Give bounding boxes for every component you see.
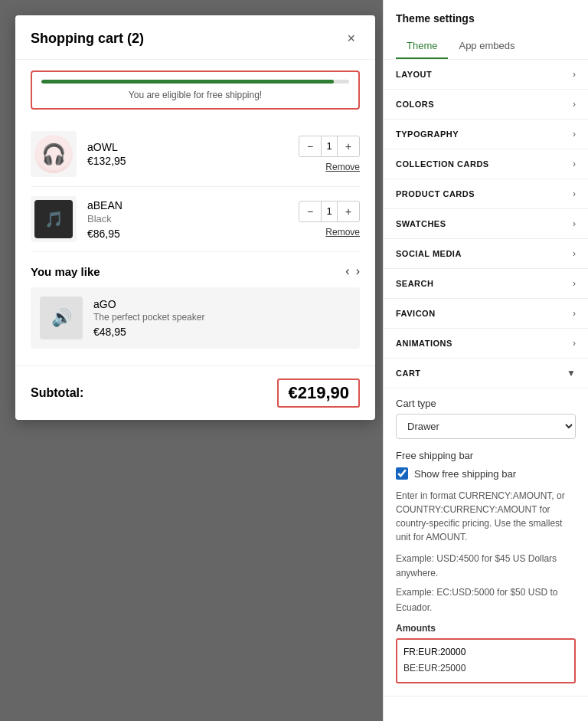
recommendation-card-ago[interactable]: 🔊 aGO The perfect pocket speaker €48,95 [31,287,360,349]
item-details-owl: aOWL €132,95 [87,141,288,167]
cart-settings-content: Cart type Drawer Page Sidebar Free shipp… [384,398,588,696]
recommendations-title: You may like [31,265,100,278]
shipping-example2: Example: EC:USD:5000 for $50 USD to Ecua… [396,585,576,614]
rec-image-ago: 🔊 [40,297,83,339]
qty-control-bean: − 1 + [299,201,360,222]
item-controls-bean: − 1 + Remove [299,201,360,238]
settings-item-typography[interactable]: TYPOGRAPHY › [384,120,588,149]
remove-bean[interactable]: Remove [325,227,360,238]
chevron-right-icon-social-media: › [573,248,576,259]
shipping-bar-info: Enter in format CURRENCY:AMOUNT, or COUN… [396,489,576,544]
settings-item-label-layout: LAYOUT [396,70,432,79]
settings-item-product-cards[interactable]: PRODUCT CARDS › [384,179,588,209]
settings-item-label-collection-cards: COLLECTION CARDS [396,159,489,169]
qty-increase-bean[interactable]: + [338,202,359,221]
settings-item-colors[interactable]: COLORS › [384,90,588,120]
tab-app-embeds[interactable]: App embeds [448,34,525,59]
remove-owl[interactable]: Remove [325,162,360,172]
rec-price-ago: €48,95 [93,326,204,338]
item-price-owl: €132,95 [87,155,288,167]
rec-details-ago: aGO The perfect pocket speaker €48,95 [93,298,204,338]
settings-item-search[interactable]: SEARCH › [384,269,588,299]
cart-item-bean: aBEAN Black €86,95 − 1 + Remove [31,187,360,252]
nav-arrows: ‹ › [345,264,360,278]
cart-section-label: CART [396,369,421,378]
settings-item-collection-cards[interactable]: COLLECTION CARDS › [384,149,588,179]
item-price-bean: €86,95 [87,228,288,240]
amount-row-0: FR:EUR:20000 [403,644,568,661]
settings-item-layout[interactable]: LAYOUT › [384,60,588,90]
recommendations-section: You may like ‹ › 🔊 aGO The perfect pocke… [31,252,360,355]
cart-section-toggle[interactable]: CART ▼ [384,359,588,388]
item-controls-owl: − 1 + Remove [299,136,360,172]
chevron-right-icon-collection-cards: › [573,159,576,169]
bean-product-image [34,200,73,238]
settings-title: Theme settings [396,12,576,25]
cart-type-select[interactable]: Drawer Page Sidebar [396,414,576,439]
settings-item-label-search: SEARCH [396,279,433,288]
amounts-box: FR:EUR:20000 BE:EUR:25000 [396,638,576,683]
shipping-bar-container: You are eligible for free shipping! [31,70,360,110]
settings-tabs: Theme App embeds [396,34,576,59]
free-shipping-heading: Free shipping bar [396,450,576,461]
chevron-right-icon-favicon: › [573,308,576,319]
recommendations-header: You may like ‹ › [31,264,360,278]
qty-decrease-bean[interactable]: − [299,202,321,221]
settings-item-animations[interactable]: ANIMATIONS › [384,329,588,359]
chevron-right-icon-search: › [573,278,576,289]
chevron-right-icon-product-cards: › [573,188,576,199]
qty-value-owl: 1 [321,136,338,156]
rec-desc-ago: The perfect pocket speaker [93,312,204,323]
tab-theme[interactable]: Theme [396,34,448,59]
cart-header: Shopping cart (2) × [15,15,375,60]
shipping-progress-track [41,80,349,84]
settings-item-label-animations: ANIMATIONS [396,339,452,348]
item-details-bean: aBEAN Black €86,95 [87,199,288,240]
settings-list: LAYOUT › COLORS › TYPOGRAPHY › COLLECTIO… [384,60,588,721]
cart-type-label: Cart type [396,398,576,409]
item-name-bean: aBEAN [87,199,288,211]
item-name-owl: aOWL [87,141,288,153]
settings-item-label-favicon: FAVICON [396,309,436,318]
settings-header: Theme settings Theme App embeds [384,0,588,60]
item-image-owl [31,131,77,177]
settings-item-social-media[interactable]: SOCIAL MEDIA › [384,239,588,269]
settings-item-favicon[interactable]: FAVICON › [384,299,588,329]
right-panel: Theme settings Theme App embeds LAYOUT ›… [383,0,588,721]
settings-item-swatches[interactable]: SWATCHES › [384,209,588,239]
settings-item-label-product-cards: PRODUCT CARDS [396,189,475,198]
cart-item-owl: aOWL €132,95 − 1 + Remove [31,122,360,187]
cart-footer: Subtotal: €219,90 [15,365,375,420]
prev-recommendation[interactable]: ‹ [345,264,349,278]
settings-item-label-typography: TYPOGRAPHY [396,129,459,139]
qty-decrease-owl[interactable]: − [299,136,321,156]
chevron-down-icon-cart: ▼ [567,368,576,379]
chevron-right-icon-swatches: › [573,218,576,229]
next-recommendation[interactable]: › [356,264,360,278]
item-variant-bean: Black [87,213,288,224]
chevron-right-icon-typography: › [573,129,576,139]
item-image-bean [31,196,77,242]
settings-item-label-social-media: SOCIAL MEDIA [396,249,462,258]
cart-settings-section: CART ▼ Cart type Drawer Page Sidebar Fre… [384,359,588,696]
show-shipping-bar-checkbox[interactable] [396,467,408,480]
show-shipping-bar-label: Show free shipping bar [414,468,516,480]
shipping-example1: Example: USD:4500 for $45 US Dollars any… [396,552,576,581]
subtotal-amount: €219,90 [277,379,360,408]
show-shipping-bar-row: Show free shipping bar [396,467,576,480]
close-button[interactable]: × [342,29,360,48]
settings-item-label-swatches: SWATCHES [396,219,446,228]
qty-increase-owl[interactable]: + [338,136,359,156]
cart-body: You are eligible for free shipping! aOWL… [15,60,375,365]
chevron-right-icon-layout: › [573,69,576,80]
left-panel: Shopping cart (2) × You are eligible for… [0,0,383,721]
cart-title: Shopping cart (2) [31,31,144,47]
chevron-right-icon-colors: › [573,99,576,110]
shipping-progress-fill [41,80,334,84]
qty-value-bean: 1 [321,202,338,221]
qty-control-owl: − 1 + [299,136,360,157]
amounts-label: Amounts [396,623,576,634]
rec-name-ago: aGO [93,298,204,310]
amount-row-1: BE:EUR:25000 [403,660,568,677]
cart-modal: Shopping cart (2) × You are eligible for… [15,15,375,420]
